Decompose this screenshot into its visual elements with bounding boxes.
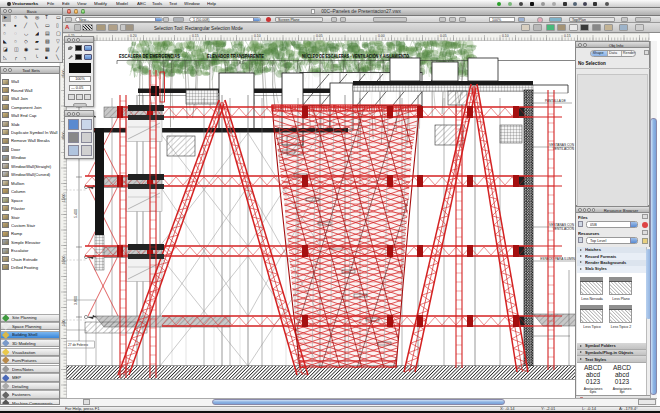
svg-text:ELEVADOR TRANSPARENTE: ELEVADOR TRANSPARENTE: [207, 53, 265, 59]
svg-text:3.800: 3.800: [74, 296, 78, 305]
svg-text:ESCALERA DE EMERGENCIAS: ESCALERA DE EMERGENCIAS: [119, 53, 181, 59]
svg-text:0.10: 0.10: [502, 34, 509, 38]
svg-text:0.10: 0.10: [254, 34, 261, 38]
svg-text:0.05: 0.05: [316, 34, 323, 38]
svg-text:VENTILACIÓN: VENTILACIÓN: [553, 146, 575, 151]
svg-text:27 de Febrero: 27 de Febrero: [68, 343, 88, 347]
svg-text:10.00: 10.00: [62, 256, 66, 264]
svg-text:0.15: 0.15: [564, 34, 571, 38]
svg-text:15.00: 15.00: [62, 194, 66, 202]
svg-text:0.15: 0.15: [192, 34, 199, 38]
svg-text:0.05: 0.05: [440, 34, 447, 38]
svg-text:VENTILACIÓN: VENTILACIÓN: [553, 226, 575, 231]
svg-text:5.00: 5.00: [62, 319, 66, 326]
svg-text:5.400: 5.400: [74, 209, 78, 218]
svg-text:0.00: 0.00: [378, 34, 385, 38]
svg-text:0.20: 0.20: [130, 34, 137, 38]
